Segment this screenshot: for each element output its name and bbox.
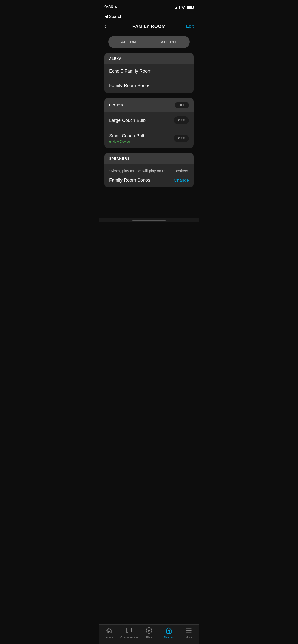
green-dot-icon — [109, 141, 111, 143]
alexa-section-header: ALEXA — [104, 53, 194, 64]
all-off-button[interactable]: ALL OFF — [149, 36, 190, 48]
new-device-badge: New Device — [109, 140, 145, 143]
small-couch-bulb-toggle[interactable]: OFF — [174, 135, 189, 142]
list-item[interactable]: Family Room Sonos — [104, 79, 194, 93]
status-icons — [175, 5, 194, 9]
back-search-link[interactable]: ◀ Search — [104, 14, 194, 19]
page-header: ‹ FAMILY ROOM Edit — [99, 21, 199, 34]
back-chevron-icon: ◀ — [104, 14, 108, 19]
list-item[interactable]: Small Couch Bulb New Device OFF — [104, 129, 194, 148]
all-on-button[interactable]: ALL ON — [108, 36, 149, 48]
speakers-section-title: SPEAKERS — [109, 157, 130, 160]
speakers-change-button[interactable]: Change — [174, 178, 189, 183]
device-name-familyroom-sonos: Family Room Sonos — [109, 83, 150, 89]
speakers-device-row: Family Room Sonos Change — [104, 175, 194, 187]
wifi-icon — [181, 5, 186, 9]
all-toggle-control: ALL ON ALL OFF — [108, 36, 190, 48]
all-toggle-row: ALL ON ALL OFF — [99, 34, 199, 53]
home-indicator — [99, 218, 199, 222]
signal-bars-icon — [175, 5, 180, 9]
back-nav[interactable]: ◀ Search — [99, 13, 199, 21]
back-button[interactable]: ‹ — [104, 23, 115, 30]
status-time: 9:36 ➤ — [104, 5, 117, 10]
speakers-section: SPEAKERS "Alexa, play music" will play o… — [104, 153, 194, 187]
back-nav-label: Search — [109, 14, 123, 19]
page-title: FAMILY ROOM — [132, 24, 166, 29]
large-couch-bulb-name: Large Couch Bulb — [109, 118, 146, 123]
alexa-section-title: ALEXA — [109, 57, 122, 61]
new-device-label: New Device — [112, 140, 130, 143]
alexa-section: ALEXA Echo 5 Family Room Family Room Son… — [104, 53, 194, 93]
small-couch-bulb-name: Small Couch Bulb — [109, 133, 145, 139]
lights-section-title: LIGHTS — [109, 103, 123, 107]
small-couch-bulb-info: Small Couch Bulb New Device — [109, 133, 145, 143]
list-item[interactable]: Echo 5 Family Room — [104, 64, 194, 79]
lights-section: LIGHTS OFF Large Couch Bulb OFF Small Co… — [104, 98, 194, 148]
status-bar: 9:36 ➤ — [99, 0, 199, 13]
speakers-info-text: "Alexa, play music" will play on these s… — [104, 164, 194, 175]
content-area: ALEXA Echo 5 Family Room Family Room Son… — [99, 53, 199, 218]
large-couch-bulb-toggle[interactable]: OFF — [174, 116, 189, 124]
home-bar — [132, 220, 166, 221]
location-arrow-icon: ➤ — [115, 5, 117, 9]
list-item[interactable]: Large Couch Bulb OFF — [104, 112, 194, 129]
battery-icon — [187, 6, 194, 9]
speakers-device-name: Family Room Sonos — [109, 178, 150, 183]
time-text: 9:36 — [104, 5, 113, 10]
lights-section-header: LIGHTS OFF — [104, 98, 194, 112]
device-name-echo5: Echo 5 Family Room — [109, 69, 152, 74]
speakers-section-header: SPEAKERS — [104, 153, 194, 164]
edit-button[interactable]: Edit — [183, 24, 194, 29]
lights-all-off-toggle[interactable]: OFF — [175, 102, 189, 108]
